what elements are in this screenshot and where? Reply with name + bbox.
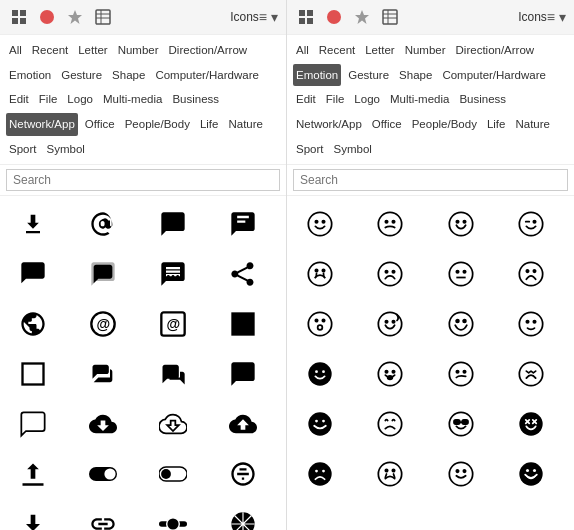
- emoji-wink[interactable]: [502, 200, 560, 248]
- left-nav-tag-network-app[interactable]: Network/App: [6, 113, 78, 136]
- icon-chat-dots[interactable]: [214, 200, 272, 248]
- emoji-scared[interactable]: [502, 350, 560, 398]
- right-search-input[interactable]: [293, 169, 568, 191]
- emoji-neutral[interactable]: [432, 250, 490, 298]
- left-search-input[interactable]: [6, 169, 280, 191]
- icon-cloud-down[interactable]: [74, 400, 132, 448]
- emoji-big-smile[interactable]: [432, 300, 490, 348]
- left-nav-tag-nature[interactable]: Nature: [225, 113, 266, 136]
- emoji-frown[interactable]: [361, 250, 419, 298]
- emoji-happy-solid[interactable]: [291, 350, 349, 398]
- emoji-excited[interactable]: [291, 400, 349, 448]
- right-nav-tag-computer-hardware[interactable]: Computer/Hardware: [439, 64, 549, 87]
- left-nav-tag-number[interactable]: Number: [115, 39, 162, 62]
- right-nav-tag-logo[interactable]: Logo: [351, 88, 383, 111]
- emoji-smile[interactable]: [291, 200, 349, 248]
- emoji-surprised[interactable]: [291, 300, 349, 348]
- right-table-icon[interactable]: [379, 6, 401, 28]
- left-nav-tag-people-body[interactable]: People/Body: [122, 113, 193, 136]
- emoji-worried[interactable]: [361, 400, 419, 448]
- right-nav-tag-shape[interactable]: Shape: [396, 64, 435, 87]
- left-menu-icon[interactable]: ≡: [259, 9, 267, 25]
- emoji-laugh-solid[interactable]: [502, 450, 560, 498]
- right-nav-tag-edit[interactable]: Edit: [293, 88, 319, 111]
- right-nav-tag-recent[interactable]: Recent: [316, 39, 358, 62]
- right-nav-tag-life[interactable]: Life: [484, 113, 509, 136]
- right-nav-tag-business[interactable]: Business: [456, 88, 509, 111]
- left-star-icon[interactable]: [64, 6, 86, 28]
- left-nav-tag-shape[interactable]: Shape: [109, 64, 148, 87]
- emoji-cry[interactable]: [291, 250, 349, 298]
- right-nav-tag-all[interactable]: All: [293, 39, 312, 62]
- left-grid-icon[interactable]: [8, 6, 30, 28]
- left-table-icon[interactable]: [92, 6, 114, 28]
- emoji-sad[interactable]: [502, 250, 560, 298]
- icon-link[interactable]: [74, 500, 132, 530]
- emoji-sad-slight[interactable]: [361, 200, 419, 248]
- emoji-sad-solid[interactable]: [291, 450, 349, 498]
- icon-square-solid[interactable]: [214, 300, 272, 348]
- icon-globe[interactable]: [4, 300, 62, 348]
- left-nav-tag-letter[interactable]: Letter: [75, 39, 110, 62]
- icon-at-circle[interactable]: @: [74, 300, 132, 348]
- right-nav-tag-sport[interactable]: Sport: [293, 138, 327, 161]
- right-nav-tag-letter[interactable]: Letter: [362, 39, 397, 62]
- left-nav-tag-file[interactable]: File: [36, 88, 61, 111]
- left-nav-tag-sport[interactable]: Sport: [6, 138, 40, 161]
- left-expand-icon[interactable]: ▾: [271, 9, 278, 25]
- icon-cloud-up[interactable]: [214, 400, 272, 448]
- left-nav-tag-edit[interactable]: Edit: [6, 88, 32, 111]
- icon-globe-solid[interactable]: [214, 500, 272, 530]
- right-circle-icon[interactable]: [323, 6, 345, 28]
- left-nav-tag-gesture[interactable]: Gesture: [58, 64, 105, 87]
- emoji-cry-solid[interactable]: [361, 450, 419, 498]
- right-nav-tag-multi-media[interactable]: Multi-media: [387, 88, 452, 111]
- left-nav-tag-emotion[interactable]: Emotion: [6, 64, 54, 87]
- left-nav-tag-all[interactable]: All: [6, 39, 25, 62]
- right-nav-tag-nature[interactable]: Nature: [512, 113, 553, 136]
- icon-globe-grid[interactable]: [214, 450, 272, 498]
- left-nav-tag-multi-media[interactable]: Multi-media: [100, 88, 165, 111]
- right-nav-tag-file[interactable]: File: [323, 88, 348, 111]
- right-grid-icon[interactable]: [295, 6, 317, 28]
- icon-at-symbol[interactable]: [74, 200, 132, 248]
- icon-speech-right[interactable]: [214, 350, 272, 398]
- icon-chat-forward[interactable]: [144, 350, 202, 398]
- icon-toggle-slider[interactable]: [144, 500, 202, 530]
- icon-download[interactable]: [4, 200, 62, 248]
- right-menu-icon[interactable]: ≡: [547, 9, 555, 25]
- icon-chat-two[interactable]: [74, 350, 132, 398]
- right-star-icon[interactable]: [351, 6, 373, 28]
- right-expand-icon[interactable]: ▾: [559, 9, 566, 25]
- left-nav-tag-office[interactable]: Office: [82, 113, 118, 136]
- icon-cloud-down-outline[interactable]: [144, 400, 202, 448]
- right-nav-tag-people-body[interactable]: People/Body: [409, 113, 480, 136]
- right-nav-tag-gesture[interactable]: Gesture: [345, 64, 392, 87]
- right-nav-tag-number[interactable]: Number: [402, 39, 449, 62]
- icon-chat-multi[interactable]: [74, 250, 132, 298]
- emoji-meh[interactable]: [502, 300, 560, 348]
- icon-speech-bubble-left[interactable]: [4, 250, 62, 298]
- emoji-laugh-sweat[interactable]: [361, 300, 419, 348]
- icon-chat-typing[interactable]: [144, 250, 202, 298]
- icon-chat-bubble[interactable]: [144, 200, 202, 248]
- emoji-grin[interactable]: [432, 200, 490, 248]
- right-nav-tag-emotion[interactable]: Emotion: [293, 64, 341, 87]
- icon-at-box[interactable]: @: [144, 300, 202, 348]
- icon-toggle-on[interactable]: [74, 450, 132, 498]
- icon-cloud-download-2[interactable]: [4, 500, 62, 530]
- left-nav-tag-symbol[interactable]: Symbol: [44, 138, 88, 161]
- left-nav-tag-direction-arrow[interactable]: Direction/Arrow: [166, 39, 251, 62]
- emoji-confused[interactable]: [432, 350, 490, 398]
- left-nav-tag-logo[interactable]: Logo: [64, 88, 96, 111]
- left-nav-tag-life[interactable]: Life: [197, 113, 222, 136]
- emoji-happy2[interactable]: [432, 450, 490, 498]
- left-nav-tag-computer-hardware[interactable]: Computer/Hardware: [152, 64, 262, 87]
- emoji-xd[interactable]: [502, 400, 560, 448]
- right-nav-tag-office[interactable]: Office: [369, 113, 405, 136]
- left-circle-icon[interactable]: [36, 6, 58, 28]
- icon-upload-cloud[interactable]: [4, 450, 62, 498]
- right-nav-tag-network-app[interactable]: Network/App: [293, 113, 365, 136]
- right-nav-tag-symbol[interactable]: Symbol: [331, 138, 375, 161]
- icon-share[interactable]: [214, 250, 272, 298]
